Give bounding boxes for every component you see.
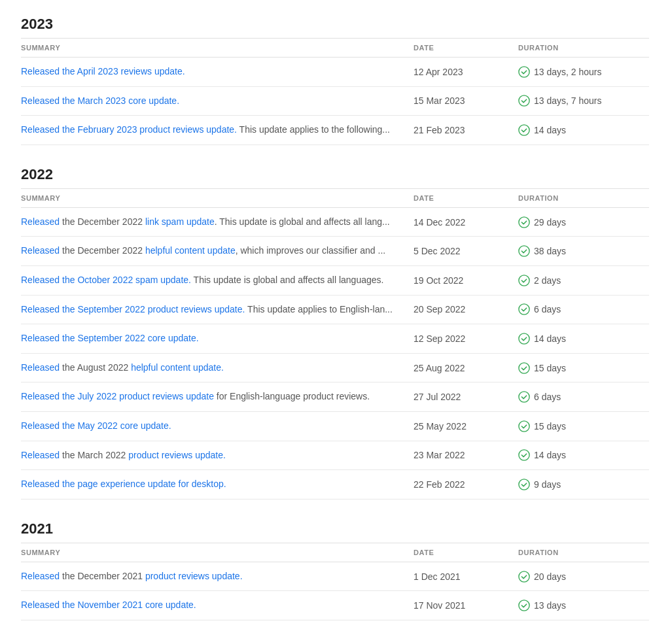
date-cell: 12 Apr 2023 bbox=[414, 67, 518, 77]
duration-cell: 13 days, 7 hours bbox=[518, 95, 649, 107]
summary-cell: Released the May 2022 core update. bbox=[21, 420, 414, 433]
date-cell: 21 Feb 2023 bbox=[414, 125, 518, 135]
date-cell: 25 May 2022 bbox=[414, 421, 518, 432]
svg-point-14 bbox=[519, 600, 529, 611]
table-row: Released the October 2022 spam update. T… bbox=[21, 266, 649, 296]
summary-text: the December 2021 bbox=[60, 571, 145, 581]
svg-point-2 bbox=[519, 125, 529, 135]
summary-link[interactable]: link spam update bbox=[145, 216, 215, 227]
duration-text: 2 days bbox=[534, 275, 561, 286]
summary-cell: Released the April 2023 reviews update. bbox=[21, 65, 414, 78]
col-header-duration: DURATION bbox=[518, 194, 649, 202]
year-section-2023: 2023SUMMARYDATEDURATIONReleased the Apri… bbox=[21, 16, 649, 145]
summary-cell: Released the page experience update for … bbox=[21, 478, 414, 491]
table-row: Released the December 2022 link spam upd… bbox=[21, 208, 649, 237]
duration-text: 38 days bbox=[534, 246, 566, 256]
col-header-date: DATE bbox=[414, 44, 518, 52]
duration-cell: 2 days bbox=[518, 275, 649, 286]
summary-link[interactable]: Released bbox=[21, 216, 60, 227]
date-cell: 17 Nov 2021 bbox=[414, 600, 518, 611]
summary-link[interactable]: Released the October 2022 spam update. bbox=[21, 275, 191, 285]
duration-cell: 15 days bbox=[518, 420, 649, 432]
duration-cell: 20 days bbox=[518, 571, 649, 583]
summary-text: This update is global and affects all la… bbox=[191, 275, 383, 285]
summary-link[interactable]: Released the page experience update for … bbox=[21, 479, 226, 489]
duration-cell: 15 days bbox=[518, 362, 649, 374]
date-cell: 14 Dec 2022 bbox=[414, 217, 518, 228]
check-circle-icon bbox=[518, 95, 530, 107]
date-cell: 27 Jul 2022 bbox=[414, 392, 518, 402]
svg-point-11 bbox=[519, 450, 529, 460]
table-row: Released the December 2021 product revie… bbox=[21, 562, 649, 592]
duration-cell: 13 days bbox=[518, 600, 649, 611]
table-row: Released the November 2021 core update.1… bbox=[21, 591, 649, 620]
summary-text: This update applies to the following... bbox=[237, 124, 390, 135]
summary-link[interactable]: helpful content update bbox=[145, 245, 236, 256]
duration-cell: 14 days bbox=[518, 333, 649, 345]
summary-cell: Released the October 2022 spam update. T… bbox=[21, 274, 414, 287]
table-row: Released the April 2023 reviews update.1… bbox=[21, 58, 649, 87]
summary-link[interactable]: Released the February 2023 product revie… bbox=[21, 124, 237, 135]
summary-cell: Released the August 2022 helpful content… bbox=[21, 362, 414, 375]
summary-link[interactable]: product reviews update. bbox=[128, 450, 226, 460]
duration-cell: 6 days bbox=[518, 303, 649, 315]
svg-point-1 bbox=[519, 95, 529, 106]
duration-text: 15 days bbox=[534, 363, 566, 373]
duration-cell: 38 days bbox=[518, 245, 649, 257]
duration-cell: 6 days bbox=[518, 391, 649, 403]
svg-point-6 bbox=[519, 304, 529, 314]
table-row: Released the page experience update for … bbox=[21, 470, 649, 500]
summary-cell: Released the December 2022 helpful conte… bbox=[21, 245, 414, 258]
svg-point-12 bbox=[519, 479, 529, 490]
summary-text: , which improves our classifier and ... bbox=[236, 245, 386, 256]
duration-text: 14 days bbox=[534, 450, 566, 460]
table-row: Released the September 2022 core update.… bbox=[21, 324, 649, 354]
summary-cell: Released the February 2023 product revie… bbox=[21, 124, 414, 137]
duration-cell: 9 days bbox=[518, 479, 649, 490]
check-circle-icon bbox=[518, 479, 530, 490]
check-circle-icon bbox=[518, 391, 530, 403]
check-circle-icon bbox=[518, 275, 530, 286]
summary-cell: Released the March 2022 product reviews … bbox=[21, 449, 414, 462]
summary-link[interactable]: helpful content update. bbox=[131, 362, 224, 373]
svg-point-10 bbox=[519, 421, 529, 432]
summary-text: for English-language product reviews. bbox=[214, 391, 370, 401]
svg-point-7 bbox=[519, 333, 529, 344]
col-header-duration: DURATION bbox=[518, 44, 649, 52]
summary-link[interactable]: Released bbox=[21, 245, 60, 256]
summary-link[interactable]: Released bbox=[21, 362, 60, 373]
duration-cell: 29 days bbox=[518, 216, 649, 228]
year-title: 2023 bbox=[21, 16, 649, 33]
summary-link[interactable]: product reviews update. bbox=[145, 571, 243, 581]
date-cell: 20 Sep 2022 bbox=[414, 304, 518, 314]
date-cell: 23 Mar 2022 bbox=[414, 450, 518, 460]
duration-text: 9 days bbox=[534, 479, 561, 490]
duration-text: 13 days, 2 hours bbox=[534, 67, 602, 77]
summary-link[interactable]: Released the March 2023 core update. bbox=[21, 95, 179, 106]
date-cell: 1 Dec 2021 bbox=[414, 571, 518, 582]
year-section-2022: 2022SUMMARYDATEDURATIONReleased the Dece… bbox=[21, 166, 649, 500]
svg-point-3 bbox=[519, 216, 529, 227]
year-title: 2022 bbox=[21, 166, 649, 183]
summary-link[interactable]: Released bbox=[21, 450, 60, 460]
col-header-date: DATE bbox=[414, 549, 518, 556]
svg-point-9 bbox=[519, 392, 529, 402]
table-row: Released the December 2022 helpful conte… bbox=[21, 237, 649, 266]
summary-link[interactable]: Released bbox=[21, 571, 60, 581]
summary-link[interactable]: Released the September 2022 core update. bbox=[21, 333, 199, 343]
col-header-summary: SUMMARY bbox=[21, 549, 414, 556]
duration-text: 13 days bbox=[534, 600, 566, 611]
duration-cell: 14 days bbox=[518, 124, 649, 136]
summary-link[interactable]: Released the May 2022 core update. bbox=[21, 420, 171, 431]
duration-text: 20 days bbox=[534, 571, 566, 582]
summary-link[interactable]: Released the April 2023 reviews update. bbox=[21, 66, 185, 76]
summary-text: . This update is global and affects all … bbox=[215, 216, 390, 227]
table-row: Released the March 2023 core update.15 M… bbox=[21, 87, 649, 116]
summary-link[interactable]: Released the November 2021 core update. bbox=[21, 600, 196, 610]
summary-link[interactable]: Released the July 2022 product reviews u… bbox=[21, 391, 214, 401]
date-cell: 5 Dec 2022 bbox=[414, 246, 518, 256]
summary-cell: Released the December 2021 product revie… bbox=[21, 570, 414, 583]
check-circle-icon bbox=[518, 420, 530, 432]
summary-link[interactable]: Released the September 2022 product revi… bbox=[21, 304, 245, 314]
table-row: Released the July 2022 product reviews u… bbox=[21, 382, 649, 412]
